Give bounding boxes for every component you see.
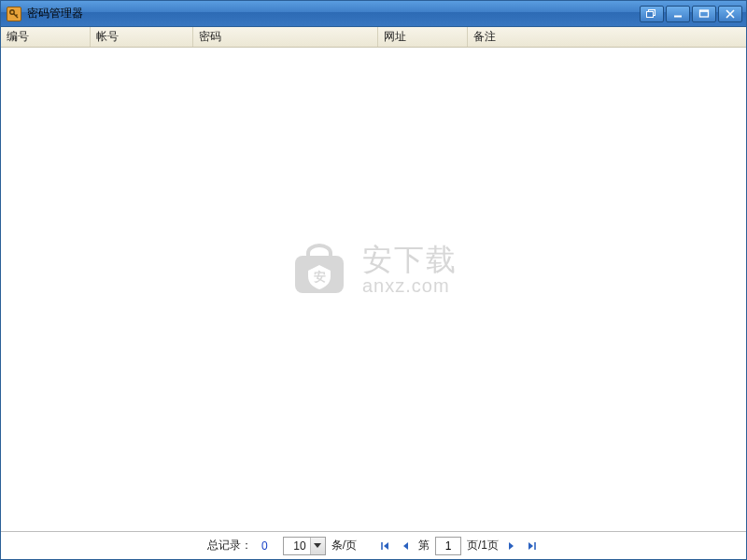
next-page-button[interactable] [504,539,519,553]
column-label: 密码 [199,29,221,45]
column-label: 备注 [473,29,496,45]
table-body: 安 安下载 anxz.com [1,48,746,531]
svg-rect-2 [647,11,654,17]
pagination-bar: 总记录： 0 10 条/页 第 页/1页 [1,531,746,559]
column-label: 帐号 [96,29,119,45]
dropdown-icon [310,538,325,554]
restore-down-button[interactable] [640,6,664,22]
app-key-icon [7,7,21,21]
first-page-button[interactable] [377,539,392,553]
watermark-text: 安下载 anxz.com [362,245,458,296]
svg-text:安: 安 [314,270,326,284]
watermark-en: anxz.com [362,276,458,296]
column-header-id[interactable]: 编号 [1,27,91,47]
prev-page-button[interactable] [398,539,413,553]
maximize-button[interactable] [692,6,716,22]
column-header-remark[interactable]: 备注 [468,27,746,47]
page-size-select[interactable]: 10 [283,537,326,555]
page-prefix: 第 [418,538,430,553]
watermark-zh: 安下载 [362,245,458,276]
column-header-password[interactable]: 密码 [193,27,378,47]
per-page-suffix: 条/页 [331,538,357,553]
column-header-account[interactable]: 帐号 [91,27,193,47]
column-label: 编号 [7,29,29,45]
total-count: 0 [261,539,268,553]
page-suffix: 页/1页 [467,538,499,553]
page-size-value: 10 [284,539,310,553]
minimize-button[interactable] [666,6,690,22]
bag-icon: 安 [289,243,349,297]
column-label: 网址 [384,29,406,45]
page-number-input[interactable] [435,537,461,555]
watermark: 安 安下载 anxz.com [289,243,458,297]
table-header: 编号 帐号 密码 网址 备注 [1,27,746,48]
app-window: 密码管理器 编号 帐号 密码 网址 备注 安 [0,0,747,560]
close-button[interactable] [718,6,742,22]
titlebar: 密码管理器 [1,1,746,27]
total-label: 总记录： [207,538,252,553]
window-title: 密码管理器 [27,6,83,21]
last-page-button[interactable] [525,539,540,553]
column-header-url[interactable]: 网址 [378,27,468,47]
